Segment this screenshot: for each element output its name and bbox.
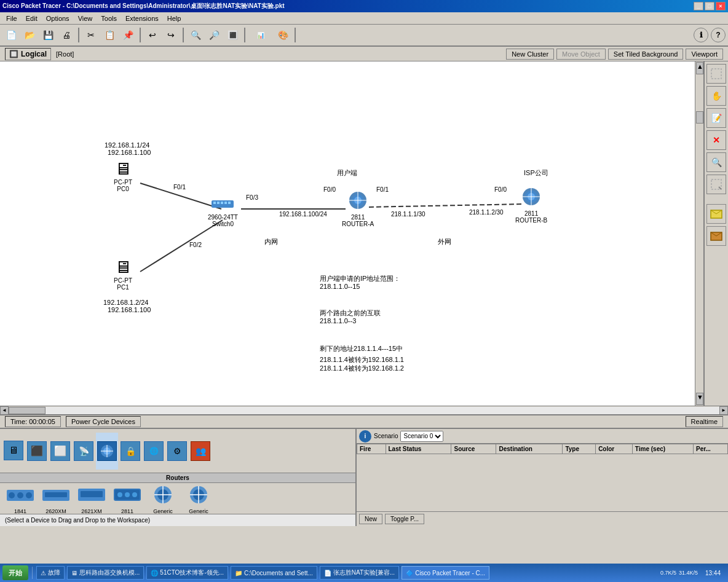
close-button[interactable]: × <box>716 2 726 10</box>
category-wireless[interactable]: 📡 <box>73 433 95 470</box>
move-object-button[interactable]: Move Object <box>556 49 606 60</box>
toolbar-sep1 <box>78 28 79 42</box>
set-tiled-background-button[interactable]: Set Tiled Background <box>608 49 684 60</box>
hscroll-left[interactable]: ◄ <box>0 406 9 415</box>
col-color: Color <box>596 444 633 454</box>
help-icon-btn[interactable]: ℹ <box>694 28 708 42</box>
hscrollbar[interactable]: ◄ ► <box>0 406 728 414</box>
redo-button[interactable]: ↪ <box>162 26 180 44</box>
taskbar-packet-tracer[interactable]: 🔷 Cisco Packet Tracer - C... <box>402 566 489 580</box>
scenario-label: Scenario <box>374 433 398 439</box>
zone-isp-label: ISP公司 <box>524 168 548 178</box>
zoom-tool-btn[interactable]: 🔍 <box>706 152 726 172</box>
routera-device[interactable]: 2811ROUTER-A <box>342 191 374 227</box>
menu-extensions[interactable]: Extensions <box>122 14 162 23</box>
taskbar-cisco[interactable]: 🖥 思科路由器交换机模... <box>67 566 144 580</box>
taskbar-fault[interactable]: ⚠ 故障 <box>36 566 65 580</box>
menu-file[interactable]: File <box>2 14 21 23</box>
menu-help[interactable]: Help <box>164 14 185 23</box>
category-switches[interactable]: ⬛ <box>26 433 48 470</box>
svg-point-52 <box>117 492 122 497</box>
routerb-device[interactable]: 2811ROUTER-B <box>515 187 547 224</box>
taskbar-documents[interactable]: 📁 C:\Documents and Sett... <box>231 566 317 580</box>
vscrollbar[interactable]: ▲ ▼ <box>695 61 703 406</box>
router-1841[interactable]: 1841 <box>5 483 36 514</box>
menu-options[interactable]: Options <box>42 14 73 23</box>
zoom-in-button[interactable]: 🔍 <box>187 26 204 44</box>
router-2621xm[interactable]: 2621XM <box>76 483 107 514</box>
select-btn[interactable] <box>706 64 726 84</box>
pc1-device[interactable]: 🖥 PC-PTPC1 <box>114 257 132 291</box>
device-info-text: (Select a Device to Drag and Drop to the… <box>5 517 150 524</box>
vscroll-down[interactable]: ▼ <box>696 393 703 405</box>
viewport-button[interactable]: Viewport <box>686 49 723 60</box>
col-per: Per... <box>693 444 727 454</box>
router-generic2-label: Generic <box>189 508 208 514</box>
hubs-icon: ⬜ <box>50 441 70 461</box>
question-btn[interactable]: ? <box>711 28 726 42</box>
start-button[interactable]: 开始 <box>2 565 28 580</box>
menu-view[interactable]: View <box>74 14 97 23</box>
router-2620xm[interactable]: 2620XM <box>41 483 71 514</box>
category-security[interactable]: 🔒 <box>119 433 141 470</box>
print-button[interactable]: 🖨 <box>58 26 75 44</box>
power-cycle-button[interactable]: Power Cycle Devices <box>66 416 141 427</box>
category-wan[interactable]: 🌐 <box>143 433 165 470</box>
open-button[interactable]: 📂 <box>21 26 38 44</box>
vscroll-thumb[interactable] <box>696 111 703 124</box>
logical-label: Logical <box>21 50 47 58</box>
paste-button[interactable]: 📌 <box>119 26 136 44</box>
save-button[interactable]: 💾 <box>39 26 57 44</box>
pc0-icon: 🖥 <box>114 159 132 179</box>
copy-button[interactable]: 📋 <box>101 26 118 44</box>
annotation-button[interactable]: 📊 <box>248 26 273 44</box>
cut-button[interactable]: ✂ <box>82 26 100 44</box>
switch0-device[interactable]: 2960-24TTSwitch0 <box>208 197 238 227</box>
router-generic1[interactable]: Generic <box>148 483 178 514</box>
svg-point-44 <box>17 492 23 498</box>
info-label-4: 218.1.1.0--3 <box>320 317 356 324</box>
minimize-button[interactable]: _ <box>694 2 703 10</box>
resize-select-btn[interactable] <box>706 175 726 194</box>
scenario-select[interactable]: Scenario 0 <box>400 431 443 442</box>
vscroll-up[interactable]: ▲ <box>696 62 703 74</box>
ip-label-pc1-1: 192.168.1.2/24 <box>103 299 148 306</box>
undo-button[interactable]: ↩ <box>144 26 161 44</box>
new-button[interactable]: 📄 <box>2 26 20 44</box>
new-cluster-button[interactable]: New Cluster <box>506 49 554 60</box>
info-label-3: 两个路由之前的互联 <box>320 309 381 318</box>
category-multiuser[interactable]: 👥 <box>189 433 212 470</box>
maximize-button[interactable]: □ <box>705 2 714 10</box>
taskbar-nat[interactable]: 📄 张志胜NAT实验[兼容... <box>320 566 399 580</box>
download-speed: 0.7K/5 <box>660 570 676 576</box>
pc0-label: PC-PTPC0 <box>114 179 132 192</box>
svg-rect-47 <box>45 492 67 497</box>
zoom-reset-button[interactable]: 🔳 <box>224 26 241 44</box>
note-tool-btn[interactable]: 📝 <box>706 108 726 128</box>
scenario-table: Fire Last Status Source Destination Type… <box>357 444 728 511</box>
menu-tools[interactable]: Tools <box>97 14 121 23</box>
titlebar-controls: _ □ × <box>694 2 726 10</box>
complex-pdu-btn[interactable] <box>706 226 726 246</box>
taskbar-51cto[interactable]: 🌐 51CTO技术博客-领先... <box>146 566 228 580</box>
hand-tool-btn[interactable]: ✋ <box>706 86 726 106</box>
ip-label-pc0-2: 192.168.1.100 <box>108 149 151 156</box>
category-routers[interactable] <box>96 433 118 470</box>
hscroll-right[interactable]: ► <box>719 406 728 415</box>
toggle-btn[interactable]: Toggle P... <box>385 514 424 524</box>
router-2811[interactable]: 2811 <box>112 483 143 514</box>
simple-pdu-btn[interactable] <box>706 204 726 224</box>
zoom-out-button[interactable]: 🔎 <box>205 26 223 44</box>
menu-edit[interactable]: Edit <box>22 14 41 23</box>
hscroll-thumb[interactable] <box>9 407 46 414</box>
router-generic2[interactable]: Generic <box>183 483 214 514</box>
canvas[interactable]: ▲ ▼ F0/1 F0/3 F0/0 F0/1 F0/0 <box>0 61 703 406</box>
pc0-device[interactable]: 🖥 PC-PTPC0 <box>114 159 132 192</box>
new-scenario-btn[interactable]: New <box>359 514 382 524</box>
palette-button[interactable]: 🎨 <box>274 26 291 44</box>
category-hubs[interactable]: ⬜ <box>49 433 71 470</box>
category-custom[interactable]: ⚙ <box>166 433 188 470</box>
category-end-devices[interactable]: 🖥 <box>2 433 25 470</box>
delete-tool-btn[interactable]: ✕ <box>706 130 726 150</box>
device-panel: 🖥 ⬛ ⬜ 📡 <box>0 429 357 526</box>
